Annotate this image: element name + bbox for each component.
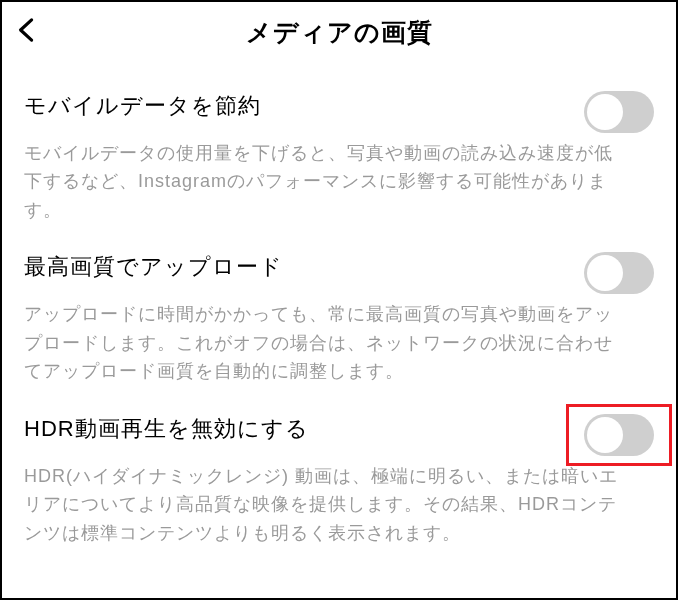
setting-upload-highest-title: 最高画質でアップロード (24, 252, 572, 282)
setting-disable-hdr-title: HDR動画再生を無効にする (24, 414, 572, 444)
setting-disable-hdr-row: HDR動画再生を無効にする (24, 390, 654, 462)
header: メディアの画質 (2, 2, 676, 67)
settings-content: モバイルデータを節約 モバイルデータの使用量を下げると、写真や動画の読み込み速度… (2, 67, 676, 547)
back-icon[interactable] (16, 16, 38, 48)
toggle-knob (587, 94, 623, 130)
toggle-wrapper-upload-highest (584, 252, 654, 294)
setting-data-saver-title: モバイルデータを節約 (24, 91, 572, 121)
toggle-disable-hdr[interactable] (584, 414, 654, 456)
setting-upload-highest-desc: アップロードに時間がかかっても、常に最高画質の写真や動画をアップロードします。こ… (24, 300, 654, 385)
setting-data-saver-row: モバイルデータを節約 (24, 67, 654, 139)
toggle-knob (587, 417, 623, 453)
toggle-wrapper-data-saver (584, 91, 654, 133)
toggle-data-saver[interactable] (584, 91, 654, 133)
setting-disable-hdr-desc: HDR(ハイダイナミックレンジ) 動画は、極端に明るい、または暗いエリアについて… (24, 462, 654, 547)
setting-upload-highest-row: 最高画質でアップロード (24, 228, 654, 300)
toggle-upload-highest[interactable] (584, 252, 654, 294)
toggle-knob (587, 255, 623, 291)
toggle-wrapper-disable-hdr (584, 414, 654, 456)
page-title: メディアの画質 (20, 16, 658, 49)
setting-data-saver-desc: モバイルデータの使用量を下げると、写真や動画の読み込み速度が低下するなど、Ins… (24, 139, 654, 224)
